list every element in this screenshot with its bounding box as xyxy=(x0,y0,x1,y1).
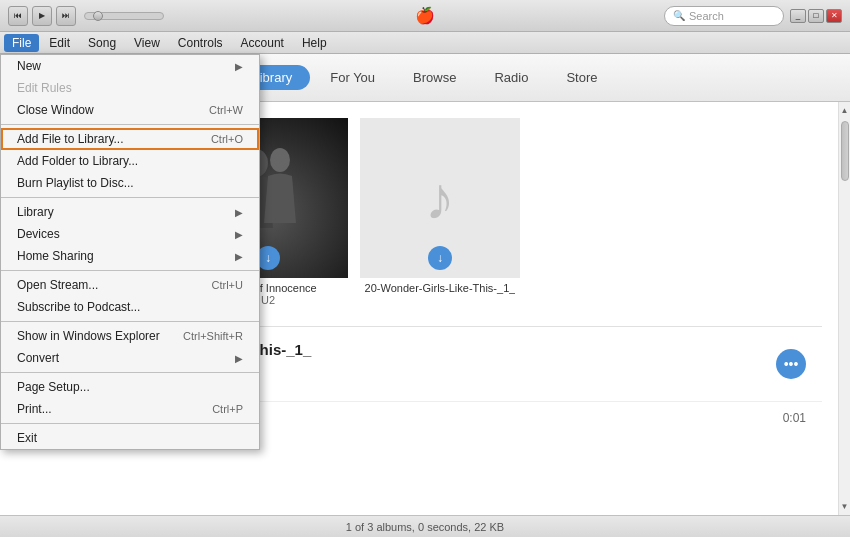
maximize-button[interactable]: □ xyxy=(808,9,824,23)
wonder-girls-title: 20-Wonder-Girls-Like-This-_1_ xyxy=(365,282,516,294)
separator-1 xyxy=(1,124,259,125)
menu-open-stream[interactable]: Open Stream... Ctrl+U xyxy=(1,274,259,296)
tab-browse[interactable]: Browse xyxy=(395,65,474,90)
menu-subscribe-podcast[interactable]: Subscribe to Podcast... xyxy=(1,296,259,318)
menu-show-explorer[interactable]: Show in Windows Explorer Ctrl+Shift+R xyxy=(1,325,259,347)
separator-6 xyxy=(1,423,259,424)
library-arrow-icon: ▶ xyxy=(235,207,243,218)
tab-radio[interactable]: Radio xyxy=(476,65,546,90)
menu-exit[interactable]: Exit xyxy=(1,427,259,449)
status-bar: 1 of 3 albums, 0 seconds, 22 KB xyxy=(0,515,850,537)
status-text: 1 of 3 albums, 0 seconds, 22 KB xyxy=(346,521,504,533)
close-button[interactable]: ✕ xyxy=(826,9,842,23)
scroll-down-arrow[interactable]: ▼ xyxy=(839,500,850,513)
menu-close-window[interactable]: Close Window Ctrl+W xyxy=(1,99,259,121)
playback-controls: ⏮ ▶ ⏭ xyxy=(8,6,164,26)
menu-edit-rules: Edit Rules xyxy=(1,77,259,99)
songs-innocence-artist: U2 xyxy=(261,294,275,306)
forward-button[interactable]: ⏭ xyxy=(56,6,76,26)
tab-store[interactable]: Store xyxy=(548,65,615,90)
menu-page-setup[interactable]: Page Setup... xyxy=(1,376,259,398)
separator-3 xyxy=(1,270,259,271)
menu-song[interactable]: Song xyxy=(80,34,124,52)
more-options-button[interactable]: ••• xyxy=(776,349,806,379)
menu-file[interactable]: File xyxy=(4,34,39,52)
scroll-thumb[interactable] xyxy=(841,121,849,181)
album-cover-wonder: ♪ ↓ xyxy=(360,118,520,278)
rewind-button[interactable]: ⏮ xyxy=(8,6,28,26)
devices-arrow-icon: ▶ xyxy=(235,229,243,240)
search-box[interactable]: 🔍 Search xyxy=(664,6,784,26)
separator-5 xyxy=(1,372,259,373)
track-duration: 0:01 xyxy=(783,411,806,425)
wonder-download-icon[interactable]: ↓ xyxy=(428,246,452,270)
progress-thumb[interactable] xyxy=(93,11,103,21)
menu-new[interactable]: New ▶ xyxy=(1,55,259,77)
search-label: Search xyxy=(689,10,724,22)
new-arrow-icon: ▶ xyxy=(235,61,243,72)
menu-help[interactable]: Help xyxy=(294,34,335,52)
menu-convert[interactable]: Convert ▶ xyxy=(1,347,259,369)
apple-logo: 🍎 xyxy=(415,6,435,25)
menu-bar: File Edit Song View Controls Account Hel… xyxy=(0,32,850,54)
menu-print[interactable]: Print... Ctrl+P xyxy=(1,398,259,420)
separator-2 xyxy=(1,197,259,198)
menu-burn-playlist[interactable]: Burn Playlist to Disc... xyxy=(1,172,259,194)
search-icon: 🔍 xyxy=(673,10,685,21)
separator-4 xyxy=(1,321,259,322)
menu-devices[interactable]: Devices ▶ xyxy=(1,223,259,245)
nav-tabs: Library For You Browse Radio Store xyxy=(235,65,616,90)
music-note-icon: ♪ xyxy=(425,164,455,233)
scrollbar[interactable]: ▲ ▼ xyxy=(838,102,850,515)
album-wonder-girls[interactable]: ♪ ↓ 20-Wonder-Girls-Like-This-_1_ xyxy=(360,118,520,306)
menu-view[interactable]: View xyxy=(126,34,168,52)
menu-home-sharing[interactable]: Home Sharing ▶ xyxy=(1,245,259,267)
convert-arrow-icon: ▶ xyxy=(235,353,243,364)
home-sharing-arrow-icon: ▶ xyxy=(235,251,243,262)
title-bar: ⏮ ▶ ⏭ 🍎 🔍 Search _ □ ✕ xyxy=(0,0,850,32)
file-dropdown-menu: New ▶ Edit Rules Close Window Ctrl+W Add… xyxy=(0,54,260,450)
menu-library[interactable]: Library ▶ xyxy=(1,201,259,223)
progress-bar[interactable] xyxy=(84,12,164,20)
menu-add-folder[interactable]: Add Folder to Library... xyxy=(1,150,259,172)
menu-add-file[interactable]: Add File to Library... Ctrl+O xyxy=(1,128,259,150)
tab-for-you[interactable]: For You xyxy=(312,65,393,90)
play-button[interactable]: ▶ xyxy=(32,6,52,26)
svg-point-1 xyxy=(270,148,290,172)
menu-controls[interactable]: Controls xyxy=(170,34,231,52)
menu-account[interactable]: Account xyxy=(233,34,292,52)
menu-edit[interactable]: Edit xyxy=(41,34,78,52)
scroll-up-arrow[interactable]: ▲ xyxy=(839,104,850,117)
minimize-button[interactable]: _ xyxy=(790,9,806,23)
